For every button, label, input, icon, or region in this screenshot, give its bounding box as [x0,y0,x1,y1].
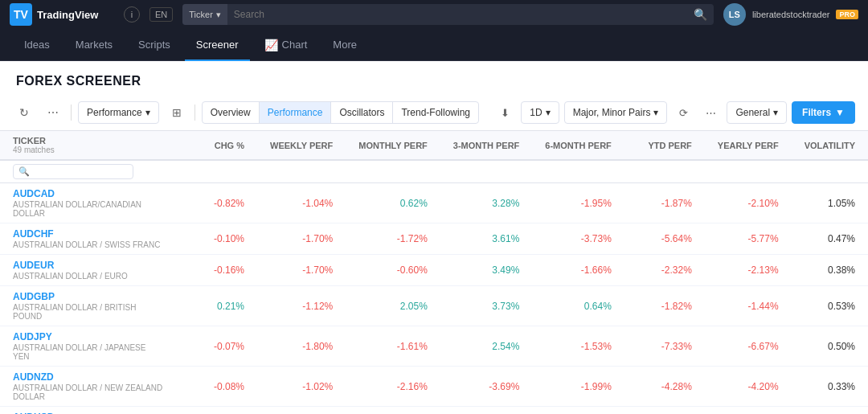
chevron-down-icon: ▾ [216,10,221,20]
chevron-down-icon: ▾ [773,107,778,118]
ticker-search-box: 🔍 [13,164,133,179]
ticker-symbol[interactable]: AUDCHF [13,228,164,240]
data-cell: -1.72% [346,223,440,255]
data-cell: 0.47% [792,223,868,255]
table-row: AUDEUR AUSTRALIAN DOLLAR / EURO -0.16%-1… [0,255,868,286]
ticker-cell: AUDJPY AUSTRALIAN DOLLAR / JAPANESE YEN [0,326,177,367]
ticker-symbol[interactable]: AUDCAD [13,188,164,199]
ticker-cell: AUDCAD AUSTRALIAN DOLLAR/CANADIAN DOLLAR [0,183,177,223]
search-row: 🔍 [0,160,868,183]
data-cell: -1.82% [624,286,705,326]
data-cell: -3.73% [532,223,624,255]
data-cell: -7.33% [624,326,705,367]
data-cell: 1.05% [792,183,868,223]
performance-dropdown[interactable]: Performance ▾ [78,101,159,124]
data-cell: -0.60% [346,255,440,286]
th-6month[interactable]: 6-MONTH PERF [532,131,624,160]
username[interactable]: liberatedstocktrader [752,10,830,19]
data-cell: -0.16% [177,255,257,286]
data-cell: 3.73% [440,286,533,326]
interval-dropdown[interactable]: 1D ▾ [521,101,559,124]
toolbar-separator-2 [194,105,195,121]
data-cell: -0.07% [177,326,257,367]
ticker-symbol[interactable]: AUDJPY [13,331,164,342]
th-yearly[interactable]: YEARLY PERF [705,131,792,160]
more-options-button[interactable]: ⋯ [42,101,64,124]
th-chg[interactable]: CHG % [177,131,257,160]
pairs-dropdown[interactable]: Major, Minor Pairs ▾ [564,101,668,124]
data-cell: 0.53% [792,286,868,326]
brand-name: TradingView [37,9,98,21]
data-cell: 3.49% [440,255,533,286]
overview-tab[interactable]: Overview [203,102,259,123]
data-cell: -1.66% [532,255,624,286]
more-button[interactable]: ⋯ [699,101,722,124]
info-button[interactable]: i [124,6,140,23]
view-toggle: Overview Performance Oscillators Trend-F… [202,101,479,124]
chevron-down-icon: ▾ [145,107,150,118]
general-dropdown[interactable]: General ▾ [727,101,787,124]
data-cell: -0.38% [346,407,440,415]
data-cell: -2.10% [705,183,792,223]
performance-tab[interactable]: Performance [260,102,331,123]
th-3month[interactable]: 3-MONTH PERF [440,131,533,160]
data-cell: -0.08% [177,367,257,407]
ticker-search-input[interactable] [33,167,144,177]
ticker-symbol[interactable]: AUDNZD [13,371,164,383]
data-cell: 0.52% [792,407,868,415]
nav-item-scripts[interactable]: Scripts [127,29,182,61]
ticker-cell: AUDNZD AUSTRALIAN DOLLAR / NEW ZEALAND D… [0,367,177,407]
page-title: FOREX SCREENER [16,74,852,88]
th-volatility[interactable]: VOLATILITY [792,131,868,160]
settings-button[interactable]: ⟳ [672,101,694,124]
language-button[interactable]: EN [149,7,173,22]
ticker-symbol[interactable]: AUDGBP [13,291,164,302]
ticker-cell: AUDCHF AUSTRALIAN DOLLAR / SWISS FRANC [0,223,177,255]
search-input[interactable] [234,9,689,20]
logo-area[interactable]: TV TradingView [10,3,114,26]
download-button[interactable]: ⬇ [493,101,516,124]
nav-item-more[interactable]: More [321,29,368,61]
trend-following-tab[interactable]: Trend-Following [393,102,478,123]
th-ticker[interactable]: TICKER 49 matches [0,131,177,160]
ticker-name: AUSTRALIAN DOLLAR / JAPANESE YEN [13,343,164,361]
filter-icon: ▼ [835,107,845,118]
data-cell: 2.05% [346,286,440,326]
ticker-cell: AUDGBP AUSTRALIAN DOLLAR / BRITISH POUND [0,286,177,326]
ticker-name: AUSTRALIAN DOLLAR / BRITISH POUND [13,303,164,321]
nav-item-ideas[interactable]: Ideas [13,29,61,61]
data-cell: 3.61% [440,223,533,255]
th-monthly[interactable]: MONTHLY PERF [346,131,440,160]
data-cell: -0.10% [177,223,257,255]
user-area: LS liberatedstocktrader PRO [723,3,858,26]
page-header: FOREX SCREENER [0,61,868,95]
data-cell: -0.09% [177,407,257,415]
columns-button[interactable]: ⊞ [166,101,188,124]
data-cell: -2.16% [346,367,440,407]
data-cell: 1.55% [440,407,533,415]
nav-item-markets[interactable]: Markets [64,29,124,61]
chart-icon: 📈 [264,39,278,51]
nav-item-chart[interactable]: 📈 Chart [253,29,319,61]
chevron-down-icon: ▾ [546,107,551,118]
data-cell: -5.77% [705,223,792,255]
page-content: FOREX SCREENER ↻ ⋯ Performance ▾ ⊞ Overv… [0,61,868,414]
nav-item-screener[interactable]: Screener [185,29,250,61]
table-row: AUDNZD AUSTRALIAN DOLLAR / NEW ZEALAND D… [0,367,868,407]
oscillators-tab[interactable]: Oscillators [331,102,392,123]
th-ytd[interactable]: YTD PERF [624,131,705,160]
screener-table: TICKER 49 matches CHG % WEEKLY PERF MONT… [0,131,868,414]
table-header: TICKER 49 matches CHG % WEEKLY PERF MONT… [0,131,868,160]
ticker-symbol[interactable]: AUDEUR [13,260,164,271]
table-row: AUDUSD AUSTRALIAN DOLLAR / U.S. DOLLAR -… [0,407,868,415]
data-cell: -1.53% [532,326,624,367]
avatar[interactable]: LS [723,3,746,26]
tradingview-logo: TV [10,3,32,26]
ticker-type-selector[interactable]: Ticker ▾ [182,4,227,25]
data-cell: -1.12% [257,286,346,326]
data-cell: 0.62% [346,183,440,223]
refresh-button[interactable]: ↻ [13,101,35,124]
filters-button[interactable]: Filters ▼ [792,101,855,124]
data-cell: 0.38% [792,255,868,286]
th-weekly[interactable]: WEEKLY PERF [257,131,346,160]
